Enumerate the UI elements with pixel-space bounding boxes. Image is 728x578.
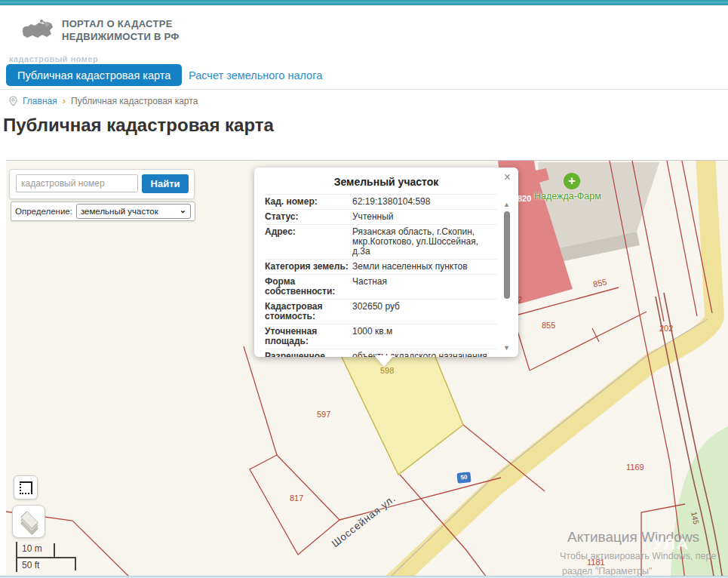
popup-attribute-table: Кад. номер:62:19:1380104:598 Статус:Учте…	[265, 194, 497, 357]
layers-button[interactable]	[12, 505, 45, 538]
chevron-down-icon: ⌄	[180, 205, 186, 215]
map-pin-icon	[9, 96, 17, 106]
popup-title: Земельный участок	[254, 176, 518, 188]
popup-scrollbar[interactable]: ▲ ▼	[502, 202, 511, 350]
ghost-artifact-text: кадастровый номер	[9, 54, 98, 63]
table-row: Уточненная площадь:1000 кв.м	[265, 324, 497, 349]
top-accent-bar	[0, 0, 728, 5]
close-icon[interactable]: ×	[504, 171, 511, 184]
table-row: Кад. номер:62:19:1380104:598	[265, 194, 497, 210]
layers-icon	[19, 513, 38, 530]
windows-activation-line2: Чтобы активировать Windows, пере	[560, 551, 716, 561]
table-row: Кадастровая стоимость:302650 руб	[265, 300, 497, 324]
scale-feet: 50 ft	[22, 560, 39, 570]
tab-bar: Публичная кадастровая карта Расчет земел…	[0, 64, 728, 90]
table-row: Категория земель:Земли населенных пункто…	[265, 260, 497, 275]
parcel-label-855b: 855	[542, 321, 555, 330]
parcel-label-1169: 1169	[626, 463, 644, 472]
parcel-label-598: 598	[380, 366, 394, 375]
site-title-line1: ПОРТАЛ О КАДАСТРЕ	[62, 17, 180, 30]
russia-map-logo-icon	[21, 17, 54, 44]
site-title-line2: НЕДВИЖИМОСТИ В РФ	[62, 30, 180, 43]
tab-public-cadastral-map[interactable]: Публичная кадастровая карта	[6, 64, 182, 86]
scale-meters: 10 m	[22, 543, 42, 554]
breadcrumb-separator: ›	[63, 95, 66, 106]
cadastral-number-input[interactable]	[16, 174, 138, 192]
page-title: Публичная кадастровая карта	[3, 115, 274, 136]
road-number-badge: 50	[456, 472, 471, 484]
measure-square-icon	[20, 481, 32, 494]
parcel-info-popup: Земельный участок × Кад. номер:62:19:138…	[254, 168, 518, 357]
parcel-label-817: 817	[290, 493, 303, 503]
scrollbar-thumb[interactable]	[504, 211, 510, 299]
search-panel: Найти	[9, 169, 195, 199]
parcel-label-202: 202	[659, 324, 673, 333]
table-row: Форма собственности:Частная	[265, 275, 497, 300]
windows-activation-line3: раздел "Параметры"	[562, 566, 652, 576]
tab-land-tax-calc[interactable]: Расчет земельного налога	[181, 64, 330, 86]
poi-label-nadezhda-farm: Надежда-Фарм	[534, 191, 601, 201]
definition-label: Определение:	[15, 207, 72, 216]
parcel-label-597: 597	[317, 410, 330, 419]
object-type-select[interactable]: земельный участок ⌄	[76, 204, 191, 219]
object-type-selected-value: земельный участок	[81, 207, 158, 216]
popup-pointer-tail	[374, 355, 394, 367]
search-button[interactable]: Найти	[142, 174, 189, 193]
parcel-label-820: 820	[518, 194, 531, 203]
breadcrumb-home-link[interactable]: Главная	[23, 96, 57, 106]
scroll-down-icon[interactable]: ▼	[503, 344, 510, 352]
scroll-up-icon[interactable]: ▲	[503, 201, 510, 208]
measure-area-button[interactable]	[14, 475, 38, 500]
breadcrumb-current: Публичная кадастровая карта	[71, 96, 198, 106]
site-logo: ПОРТАЛ О КАДАСТРЕ НЕДВИЖИМОСТИ В РФ	[21, 17, 180, 44]
table-row: Статус:Учтенный	[265, 210, 497, 225]
selected-parcel-598[interactable]	[338, 340, 463, 475]
pharmacy-plus-icon: +	[564, 173, 580, 189]
definition-filter-box: Определение: земельный участок ⌄	[11, 201, 195, 221]
table-row: Адрес:Рязанская область, г.Скопин, мкр.К…	[265, 225, 497, 260]
map-scale-bar: 10 m 50 ft	[10, 536, 85, 574]
breadcrumb: Главная › Публичная кадастровая карта	[9, 95, 198, 106]
